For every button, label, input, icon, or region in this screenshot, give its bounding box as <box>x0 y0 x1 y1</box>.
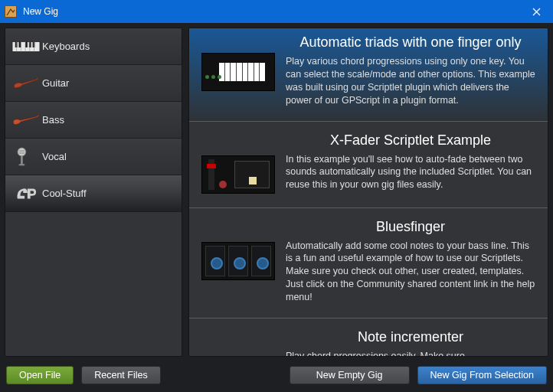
template-title: Automatic triads with one finger only <box>286 34 535 51</box>
sidebar-item-guitar[interactable]: Guitar <box>5 65 182 102</box>
sidebar-item-label: Keyboards <box>42 41 90 52</box>
sidebar: Keyboards Guitar Bass <box>5 28 182 357</box>
template-title: X-Fader Scriptlet Example <box>286 132 535 149</box>
guitar-icon <box>10 73 42 94</box>
sidebar-item-label: Cool-Stuff <box>42 188 87 199</box>
template-thumbnail <box>201 155 275 194</box>
microphone-icon <box>10 146 42 168</box>
template-entry[interactable]: X-Fader Scriptlet Example In this exampl… <box>189 122 548 208</box>
template-description: Automatically add some cool notes to you… <box>286 240 535 304</box>
template-title: Note incrementer <box>286 329 535 345</box>
template-thumbnail <box>201 53 275 91</box>
svg-rect-4 <box>29 41 31 47</box>
template-description: In this example you'll see how to auto-f… <box>286 153 535 192</box>
close-button[interactable] <box>519 0 553 23</box>
sidebar-item-label: Guitar <box>42 77 69 89</box>
window-title: New Gig <box>23 6 58 17</box>
template-entry[interactable]: Bluesfinger Automatically add some cool … <box>189 208 548 318</box>
window-body: Keyboards Guitar Bass <box>0 23 553 392</box>
main-area: Keyboards Guitar Bass <box>5 28 548 357</box>
bottom-toolbar: Open File Recent Files New Empty Gig New… <box>5 357 548 387</box>
template-thumbnail <box>201 242 275 280</box>
sidebar-item-cool-stuff[interactable]: Cool-Stuff <box>5 175 182 212</box>
recent-files-button[interactable]: Recent Files <box>81 366 160 384</box>
template-title: Bluesfinger <box>286 219 535 235</box>
svg-rect-5 <box>33 41 35 47</box>
new-gig-from-selection-button[interactable]: New Gig From Selection <box>417 366 547 384</box>
app-icon <box>5 5 17 18</box>
template-entry[interactable]: Note incrementer Play chord progressions… <box>189 318 548 356</box>
svg-rect-2 <box>19 41 21 47</box>
template-entry[interactable]: Automatic triads with one finger only Pl… <box>189 28 548 122</box>
sidebar-item-bass[interactable]: Bass <box>5 102 182 139</box>
bass-icon <box>10 109 42 131</box>
template-list[interactable]: Automatic triads with one finger only Pl… <box>188 28 548 357</box>
sidebar-item-label: Bass <box>42 114 64 126</box>
svg-rect-3 <box>25 41 28 47</box>
new-empty-gig-button[interactable]: New Empty Gig <box>290 366 410 384</box>
open-file-button[interactable]: Open File <box>6 366 74 384</box>
gp-logo-icon <box>10 183 42 204</box>
sidebar-item-vocal[interactable]: Vocal <box>5 139 182 175</box>
keyboard-icon <box>10 36 42 57</box>
svg-rect-1 <box>15 41 18 47</box>
template-description: Play chord progressions easily. Make sur… <box>286 350 535 356</box>
template-description: Play various chord progressions using on… <box>286 55 535 107</box>
sidebar-item-label: Vocal <box>42 151 67 162</box>
sidebar-item-keyboards[interactable]: Keyboards <box>5 28 182 65</box>
titlebar: New Gig <box>0 0 553 23</box>
